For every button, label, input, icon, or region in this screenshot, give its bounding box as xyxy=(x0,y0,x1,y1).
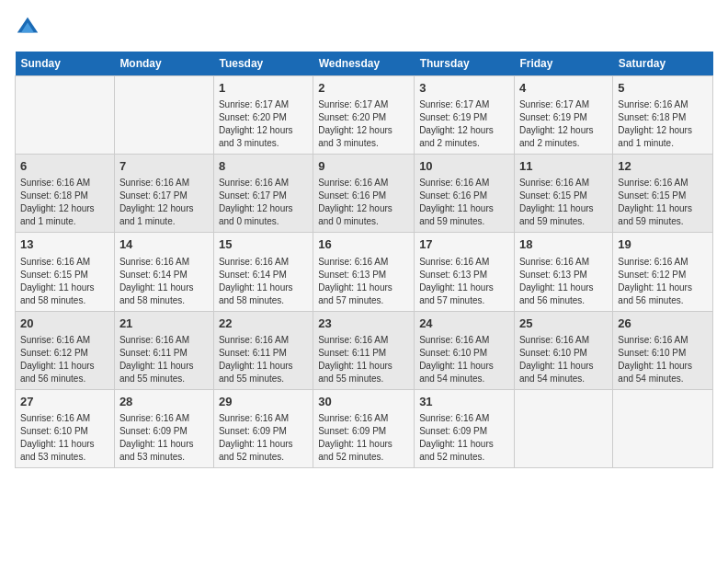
calendar-cell: 28Sunrise: 6:16 AM Sunset: 6:09 PM Dayli… xyxy=(114,389,213,467)
day-detail: Sunrise: 6:16 AM Sunset: 6:09 PM Dayligh… xyxy=(318,412,409,464)
day-number: 21 xyxy=(119,316,209,332)
day-number: 18 xyxy=(519,236,608,253)
day-detail: Sunrise: 6:16 AM Sunset: 6:15 PM Dayligh… xyxy=(519,177,608,228)
calendar-cell: 22Sunrise: 6:16 AM Sunset: 6:11 PM Dayli… xyxy=(213,311,313,389)
day-detail: Sunrise: 6:16 AM Sunset: 6:11 PM Dayligh… xyxy=(219,334,308,385)
day-number: 11 xyxy=(519,158,608,175)
day-detail: Sunrise: 6:16 AM Sunset: 6:11 PM Dayligh… xyxy=(119,334,209,385)
calendar-cell: 10Sunrise: 6:16 AM Sunset: 6:16 PM Dayli… xyxy=(415,155,515,233)
calendar-header: SundayMondayTuesdayWednesdayThursdayFrid… xyxy=(16,52,713,76)
calendar-cell: 17Sunrise: 6:16 AM Sunset: 6:13 PM Dayli… xyxy=(415,233,515,311)
day-detail: Sunrise: 6:16 AM Sunset: 6:18 PM Dayligh… xyxy=(20,177,109,228)
calendar-cell: 24Sunrise: 6:16 AM Sunset: 6:10 PM Dayli… xyxy=(415,311,515,389)
calendar-cell: 15Sunrise: 6:16 AM Sunset: 6:14 PM Dayli… xyxy=(213,233,313,311)
weekday-header: Wednesday xyxy=(313,52,415,76)
day-detail: Sunrise: 6:16 AM Sunset: 6:18 PM Dayligh… xyxy=(618,98,708,150)
calendar-cell: 13Sunrise: 6:16 AM Sunset: 6:15 PM Dayli… xyxy=(16,233,115,311)
day-number: 5 xyxy=(618,80,708,97)
day-detail: Sunrise: 6:16 AM Sunset: 6:13 PM Dayligh… xyxy=(419,256,509,307)
calendar-cell: 18Sunrise: 6:16 AM Sunset: 6:13 PM Dayli… xyxy=(514,233,612,311)
calendar-cell: 12Sunrise: 6:16 AM Sunset: 6:15 PM Dayli… xyxy=(613,155,713,233)
day-number: 19 xyxy=(618,236,708,253)
day-detail: Sunrise: 6:16 AM Sunset: 6:14 PM Dayligh… xyxy=(119,256,209,307)
day-number: 14 xyxy=(119,236,209,253)
day-number: 6 xyxy=(20,158,109,175)
calendar-cell xyxy=(613,389,713,467)
day-detail: Sunrise: 6:17 AM Sunset: 6:19 PM Dayligh… xyxy=(519,98,608,150)
calendar-cell: 14Sunrise: 6:16 AM Sunset: 6:14 PM Dayli… xyxy=(114,233,213,311)
day-detail: Sunrise: 6:16 AM Sunset: 6:13 PM Dayligh… xyxy=(519,256,608,307)
weekday-header: Sunday xyxy=(16,52,115,76)
day-number: 24 xyxy=(419,316,509,332)
calendar-cell: 4Sunrise: 6:17 AM Sunset: 6:19 PM Daylig… xyxy=(514,76,612,155)
weekday-header: Friday xyxy=(514,52,612,76)
day-number: 8 xyxy=(219,158,308,175)
calendar-body: 1Sunrise: 6:17 AM Sunset: 6:20 PM Daylig… xyxy=(16,76,713,468)
day-number: 2 xyxy=(318,80,409,97)
calendar-week-row: 13Sunrise: 6:16 AM Sunset: 6:15 PM Dayli… xyxy=(16,233,713,311)
calendar-cell xyxy=(114,76,213,155)
calendar-week-row: 20Sunrise: 6:16 AM Sunset: 6:12 PM Dayli… xyxy=(16,311,713,389)
day-number: 30 xyxy=(318,394,409,410)
day-detail: Sunrise: 6:17 AM Sunset: 6:19 PM Dayligh… xyxy=(419,98,509,150)
day-number: 3 xyxy=(419,80,509,97)
day-number: 7 xyxy=(119,158,209,175)
day-number: 26 xyxy=(618,316,708,332)
calendar-cell: 23Sunrise: 6:16 AM Sunset: 6:11 PM Dayli… xyxy=(313,311,415,389)
day-number: 1 xyxy=(219,80,308,97)
calendar-cell: 9Sunrise: 6:16 AM Sunset: 6:16 PM Daylig… xyxy=(313,155,415,233)
calendar-cell: 6Sunrise: 6:16 AM Sunset: 6:18 PM Daylig… xyxy=(16,155,115,233)
day-number: 17 xyxy=(419,236,509,253)
day-number: 9 xyxy=(318,158,409,175)
day-detail: Sunrise: 6:17 AM Sunset: 6:20 PM Dayligh… xyxy=(318,98,409,150)
calendar-cell: 8Sunrise: 6:16 AM Sunset: 6:17 PM Daylig… xyxy=(213,155,313,233)
calendar-week-row: 6Sunrise: 6:16 AM Sunset: 6:18 PM Daylig… xyxy=(16,155,713,233)
calendar-cell: 20Sunrise: 6:16 AM Sunset: 6:12 PM Dayli… xyxy=(16,311,115,389)
calendar-cell xyxy=(16,76,115,155)
day-detail: Sunrise: 6:16 AM Sunset: 6:16 PM Dayligh… xyxy=(419,177,509,228)
calendar-cell: 5Sunrise: 6:16 AM Sunset: 6:18 PM Daylig… xyxy=(613,76,713,155)
day-detail: Sunrise: 6:16 AM Sunset: 6:17 PM Dayligh… xyxy=(219,177,308,228)
logo-icon xyxy=(15,15,40,40)
calendar-cell: 30Sunrise: 6:16 AM Sunset: 6:09 PM Dayli… xyxy=(313,389,415,467)
calendar-cell: 29Sunrise: 6:16 AM Sunset: 6:09 PM Dayli… xyxy=(213,389,313,467)
day-number: 31 xyxy=(419,394,509,410)
day-detail: Sunrise: 6:16 AM Sunset: 6:15 PM Dayligh… xyxy=(618,177,708,228)
day-number: 13 xyxy=(20,236,109,253)
day-detail: Sunrise: 6:16 AM Sunset: 6:10 PM Dayligh… xyxy=(519,334,608,385)
day-number: 23 xyxy=(318,316,409,332)
weekday-header: Thursday xyxy=(415,52,515,76)
day-number: 25 xyxy=(519,316,608,332)
day-detail: Sunrise: 6:17 AM Sunset: 6:20 PM Dayligh… xyxy=(219,98,308,150)
calendar-cell: 21Sunrise: 6:16 AM Sunset: 6:11 PM Dayli… xyxy=(114,311,213,389)
calendar-cell: 27Sunrise: 6:16 AM Sunset: 6:10 PM Dayli… xyxy=(16,389,115,467)
day-detail: Sunrise: 6:16 AM Sunset: 6:09 PM Dayligh… xyxy=(419,412,509,464)
day-detail: Sunrise: 6:16 AM Sunset: 6:15 PM Dayligh… xyxy=(20,256,109,307)
day-detail: Sunrise: 6:16 AM Sunset: 6:10 PM Dayligh… xyxy=(419,334,509,385)
day-number: 16 xyxy=(318,236,409,253)
day-number: 4 xyxy=(519,80,608,97)
day-detail: Sunrise: 6:16 AM Sunset: 6:10 PM Dayligh… xyxy=(20,412,109,464)
calendar-cell: 2Sunrise: 6:17 AM Sunset: 6:20 PM Daylig… xyxy=(313,76,415,155)
day-detail: Sunrise: 6:16 AM Sunset: 6:14 PM Dayligh… xyxy=(219,256,308,307)
day-number: 29 xyxy=(219,394,308,410)
day-detail: Sunrise: 6:16 AM Sunset: 6:09 PM Dayligh… xyxy=(119,412,209,464)
calendar-cell: 16Sunrise: 6:16 AM Sunset: 6:13 PM Dayli… xyxy=(313,233,415,311)
day-number: 15 xyxy=(219,236,308,253)
day-detail: Sunrise: 6:16 AM Sunset: 6:16 PM Dayligh… xyxy=(318,177,409,228)
calendar-cell: 11Sunrise: 6:16 AM Sunset: 6:15 PM Dayli… xyxy=(514,155,612,233)
day-detail: Sunrise: 6:16 AM Sunset: 6:10 PM Dayligh… xyxy=(618,334,708,385)
calendar-cell: 3Sunrise: 6:17 AM Sunset: 6:19 PM Daylig… xyxy=(415,76,515,155)
day-number: 27 xyxy=(20,394,109,410)
calendar-week-row: 1Sunrise: 6:17 AM Sunset: 6:20 PM Daylig… xyxy=(16,76,713,155)
calendar-cell: 1Sunrise: 6:17 AM Sunset: 6:20 PM Daylig… xyxy=(213,76,313,155)
logo xyxy=(15,15,44,40)
day-number: 12 xyxy=(618,158,708,175)
calendar-cell: 25Sunrise: 6:16 AM Sunset: 6:10 PM Dayli… xyxy=(514,311,612,389)
day-number: 28 xyxy=(119,394,209,410)
day-detail: Sunrise: 6:16 AM Sunset: 6:12 PM Dayligh… xyxy=(618,256,708,307)
day-detail: Sunrise: 6:16 AM Sunset: 6:09 PM Dayligh… xyxy=(219,412,308,464)
weekday-header: Tuesday xyxy=(213,52,313,76)
calendar-cell: 19Sunrise: 6:16 AM Sunset: 6:12 PM Dayli… xyxy=(613,233,713,311)
page-header xyxy=(15,15,713,40)
